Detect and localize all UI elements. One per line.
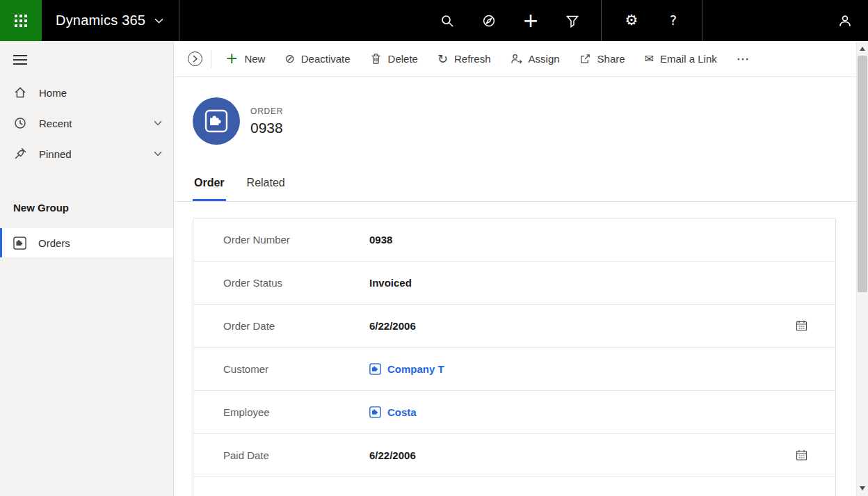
sidebar-item-home[interactable]: Home: [0, 77, 173, 108]
command-label: Email a Link: [660, 53, 717, 65]
waffle-icon: [15, 15, 27, 27]
compass-button[interactable]: [472, 0, 506, 41]
delete-button[interactable]: Delete: [360, 41, 428, 77]
field-label: Customer: [223, 363, 369, 375]
topbar-actions: + ⚙ ?: [430, 0, 702, 41]
chevron-down-icon: [154, 151, 162, 157]
customer-lookup-link[interactable]: Company T: [369, 363, 444, 375]
email-icon: ✉: [645, 54, 654, 65]
field-label: Order Status: [223, 277, 369, 289]
field-row-order-number: Order Number 0938: [193, 218, 835, 262]
tab-label: Order: [194, 177, 225, 189]
scroll-up-button[interactable]: [857, 43, 868, 54]
help-button[interactable]: ?: [656, 0, 691, 41]
compass-icon: [482, 14, 496, 28]
puzzle-entity-icon: [13, 237, 26, 250]
quick-create-button[interactable]: +: [513, 0, 548, 41]
assign-icon: [511, 53, 522, 65]
employee-lookup-link[interactable]: Costa: [369, 406, 417, 418]
chevron-down-icon: [154, 120, 162, 126]
command-label: Assign: [529, 53, 560, 65]
settings-button[interactable]: ⚙: [614, 0, 649, 41]
more-commands-button[interactable]: ⋯: [727, 41, 760, 77]
entity-avatar: [193, 97, 240, 145]
filter-button[interactable]: [555, 0, 590, 41]
command-label: New: [244, 53, 265, 65]
app-switcher-button[interactable]: Dynamics 365: [42, 0, 179, 41]
home-icon: [13, 86, 27, 99]
sidebar-item-orders[interactable]: Orders: [0, 228, 173, 257]
order-status-value[interactable]: Invoiced: [369, 277, 412, 289]
sidebar-item-label: Orders: [38, 237, 162, 249]
calendar-icon: [796, 449, 807, 461]
order-date-value[interactable]: 6/22/2006: [369, 320, 416, 332]
topbar-divider: [179, 0, 179, 41]
app-title: Dynamics 365: [56, 13, 145, 29]
paid-date-value[interactable]: 6/22/2006: [369, 449, 416, 461]
sidebar-item-pinned[interactable]: Pinned: [0, 138, 173, 169]
field-label: Tax Status: [223, 493, 369, 496]
plus-icon: +: [522, 11, 538, 31]
main-content: + New ⊘ Deactivate Delete ↻ Refresh Assi…: [175, 41, 856, 496]
entity-lookup-icon: [369, 363, 381, 375]
field-row-employee: Employee Costa: [193, 391, 835, 434]
sidebar-item-recent[interactable]: Recent: [0, 108, 173, 138]
sidebar-item-label: Home: [39, 87, 162, 99]
scrollbar-thumb[interactable]: [858, 56, 867, 292]
ellipsis-icon: ⋯: [737, 52, 750, 65]
app-launcher-button[interactable]: [0, 0, 42, 41]
refresh-button[interactable]: ↻ Refresh: [428, 41, 501, 77]
command-label: Share: [597, 53, 625, 65]
date-picker-button[interactable]: [796, 449, 807, 461]
calendar-icon: [796, 320, 807, 332]
person-icon: [838, 14, 852, 28]
sitemap-toggle-button[interactable]: [0, 41, 27, 67]
field-label: Employee: [223, 406, 369, 418]
share-button[interactable]: Share: [570, 41, 635, 77]
tab-order[interactable]: Order: [193, 177, 226, 201]
tab-related[interactable]: Related: [246, 177, 287, 201]
plus-icon: +: [225, 51, 238, 66]
vertical-scrollbar[interactable]: [856, 41, 868, 496]
command-label: Delete: [388, 53, 418, 65]
trash-icon: [370, 53, 382, 65]
field-row-tax-status: Tax Status: [193, 477, 835, 496]
tab-label: Related: [247, 177, 285, 189]
field-row-customer: Customer Company T: [193, 348, 835, 391]
form-body: Order Number 0938 Order Status Invoiced …: [175, 202, 856, 496]
user-account-button[interactable]: [828, 0, 862, 41]
command-label: Deactivate: [301, 53, 351, 65]
clock-icon: [13, 116, 27, 130]
search-button[interactable]: [430, 0, 465, 41]
help-icon: ?: [670, 14, 677, 27]
sidebar-item-label: Recent: [39, 118, 142, 129]
email-link-button[interactable]: ✉ Email a Link: [635, 41, 727, 77]
field-row-paid-date: Paid Date 6/22/2006: [193, 434, 835, 477]
command-label: Refresh: [454, 53, 491, 65]
commandbar-divider: [211, 50, 211, 68]
scroll-down-button[interactable]: [857, 483, 868, 494]
sitemap-sidebar: Home Recent Pinned New Group Orders: [0, 41, 174, 496]
assign-button[interactable]: Assign: [501, 41, 570, 77]
field-label: Order Number: [223, 234, 369, 246]
field-row-order-status: Order Status Invoiced: [193, 262, 835, 305]
funnel-icon: [565, 14, 579, 28]
triangle-up-icon: [860, 47, 865, 51]
deactivate-icon: ⊘: [284, 53, 294, 65]
field-row-order-date: Order Date 6/22/2006: [193, 305, 835, 348]
entity-lookup-icon: [369, 406, 381, 418]
order-number-value[interactable]: 0938: [369, 234, 392, 246]
command-bar: + New ⊘ Deactivate Delete ↻ Refresh Assi…: [175, 41, 856, 77]
new-button[interactable]: + New: [216, 41, 275, 77]
top-navigation-bar: Dynamics 365 + ⚙ ?: [0, 0, 868, 41]
record-titles: ORDER 0938: [250, 106, 283, 136]
record-header: ORDER 0938: [175, 77, 856, 145]
sitemap-list: Home Recent Pinned: [0, 77, 173, 169]
topbar-divider: [702, 0, 702, 41]
date-picker-button[interactable]: [796, 320, 807, 332]
deactivate-button[interactable]: ⊘ Deactivate: [275, 41, 360, 77]
field-label: Paid Date: [223, 449, 369, 461]
chevron-right-circle-icon: [188, 51, 202, 66]
form-section-card: Order Number 0938 Order Status Invoiced …: [193, 218, 836, 496]
commandbar-expand-button[interactable]: [183, 41, 207, 77]
